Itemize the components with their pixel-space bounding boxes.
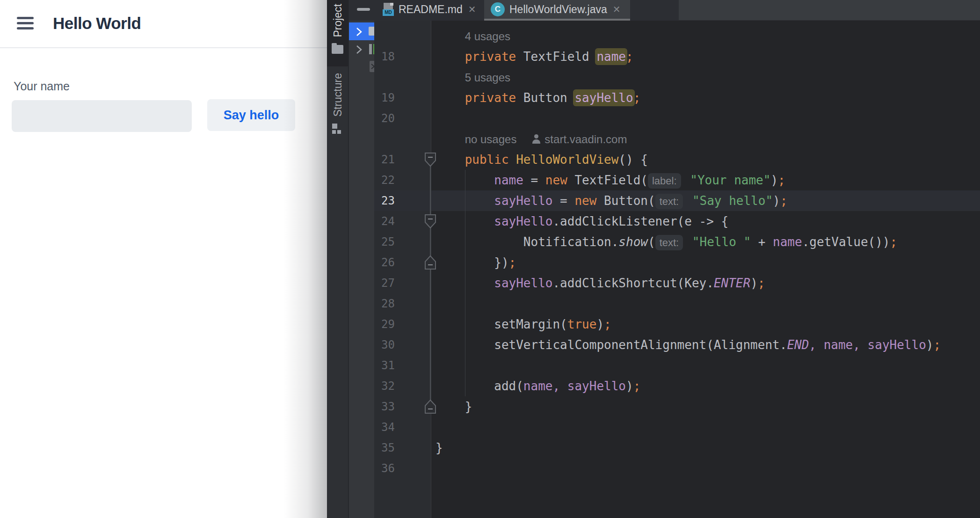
tree-header — [348, 0, 375, 21]
code-editor[interactable]: 4 usages18 private TextField name; 5 usa… — [374, 21, 980, 518]
code-line: 21 public HelloWorldView() { — [374, 149, 980, 170]
window-shadow — [284, 0, 327, 518]
code-line: 5 usages — [374, 67, 980, 88]
code-line: 19 private Button sayHello; — [374, 88, 980, 108]
ide-pane: Project Structure — [327, 0, 980, 518]
code-line: 4 usages — [374, 26, 980, 46]
editor-tab-bar: MD README.md ✕ C HelloWorldView.java ✕ — [374, 0, 980, 21]
project-stripe-label: Project — [331, 4, 344, 37]
code-line: 30 setVerticalComponentAlignment(Alignme… — [374, 335, 980, 355]
close-icon[interactable]: ✕ — [468, 5, 476, 14]
hide-toolwindow-button[interactable] — [357, 8, 370, 11]
code-line: 18 private TextField name; — [374, 46, 980, 67]
say-hello-button[interactable]: Say hello — [207, 99, 295, 131]
code-line: 20 — [374, 108, 980, 129]
tree-row-selected[interactable] — [349, 22, 375, 40]
fold-collapse-end-icon[interactable] — [424, 255, 437, 270]
markdown-icon: MD — [383, 3, 394, 16]
code-line: 25 Notification.show(text: "Hello " + na… — [374, 232, 980, 252]
tab-readme-label: README.md — [399, 3, 463, 16]
tab-helloworldview[interactable]: C HelloWorldView.java ✕ — [484, 0, 630, 19]
sidebar-item-project[interactable]: Project — [327, 0, 348, 66]
code-line: no usages start.vaadin.com — [374, 129, 980, 149]
tab-bar-empty-space — [679, 0, 980, 20]
tab-readme[interactable]: MD README.md ✕ — [379, 0, 484, 19]
person-icon — [531, 134, 542, 145]
tree-row[interactable] — [349, 40, 375, 58]
code-line: 34 — [374, 417, 980, 438]
structure-stripe-label: Structure — [331, 73, 344, 117]
code-line: 36 — [374, 458, 980, 479]
sidebar-item-structure[interactable]: Structure — [327, 66, 348, 140]
code-line: 28 — [374, 293, 980, 314]
toolwindow-stripe: Project Structure — [327, 0, 348, 518]
java-class-icon: C — [491, 2, 505, 16]
code-line: 24 sayHello.addClickListener(e -> { — [374, 211, 980, 232]
code-line: 26 }); — [374, 252, 980, 273]
code-line: 29 setMargin(true); — [374, 314, 980, 335]
vaadin-app-pane: Hello World Your name Say hello — [0, 0, 327, 518]
code-line: 23 sayHello = new Button(text: "Say hell… — [374, 190, 980, 211]
code-line: 33 } — [374, 396, 980, 417]
code-line: 22 name = new TextField(label: "Your nam… — [374, 170, 980, 190]
menu-icon[interactable] — [17, 16, 34, 30]
close-icon[interactable]: ✕ — [613, 5, 621, 14]
project-tree — [348, 21, 375, 518]
code-line: 31 — [374, 355, 980, 376]
screen: Hello World Your name Say hello Project … — [0, 0, 980, 518]
app-header: Hello World — [0, 0, 327, 48]
fold-collapse-start-icon[interactable] — [424, 152, 437, 168]
code-line: 35} — [374, 438, 980, 458]
chevron-right-icon — [354, 26, 364, 37]
name-input[interactable] — [12, 100, 192, 132]
code-line: 32 add(name, sayHello); — [374, 376, 980, 396]
project-folder-icon — [332, 45, 343, 54]
code-line: 27 sayHello.addClickShortcut(Key.ENTER); — [374, 273, 980, 293]
tab-helloworldview-label: HelloWorldView.java — [509, 3, 607, 16]
structure-icon — [332, 124, 343, 134]
chevron-right-icon — [354, 44, 364, 55]
fold-collapse-end-icon[interactable] — [424, 399, 437, 415]
page-title: Hello World — [53, 14, 141, 33]
name-field-label: Your name — [14, 80, 70, 93]
fold-collapse-start-icon[interactable] — [424, 213, 437, 229]
